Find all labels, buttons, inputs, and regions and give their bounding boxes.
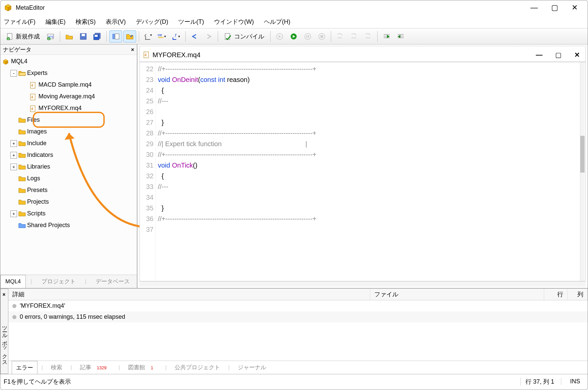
- tree-twisty[interactable]: -: [10, 70, 17, 77]
- toolbox-row[interactable]: 0 errors, 0 warnings, 115 msec elapsed: [8, 311, 588, 322]
- tree-item[interactable]: Logs: [0, 173, 137, 184]
- toolbox-row[interactable]: 'MYFOREX.mq4': [8, 300, 588, 311]
- forward-button[interactable]: [202, 30, 215, 42]
- editor-maximize-button[interactable]: ▢: [555, 51, 562, 59]
- save-button[interactable]: [77, 30, 90, 42]
- editor-close-button[interactable]: ✕: [574, 51, 580, 59]
- minimize-button[interactable]: —: [530, 3, 538, 12]
- app-title: MetaEditor: [16, 4, 530, 11]
- toolbox-tab[interactable]: 記事 1329: [76, 364, 115, 371]
- maximize-button[interactable]: ▢: [551, 3, 558, 12]
- fx-button[interactable]: f▾: [170, 30, 183, 42]
- mq4-icon: 4: [30, 82, 37, 88]
- menu-7[interactable]: ヘルプ(H): [264, 18, 290, 26]
- toolbox-close-icon[interactable]: ×: [1, 290, 7, 299]
- tree-root[interactable]: MQL4: [0, 56, 137, 67]
- save-all-button[interactable]: [91, 30, 104, 42]
- svg-rect-11: [82, 34, 85, 36]
- step-over-button[interactable]: [348, 30, 361, 42]
- nav-tab-mql4[interactable]: MQL4: [0, 275, 26, 288]
- toolbox-tab[interactable]: 検索: [47, 364, 66, 371]
- status-bar: F1を押してヘルプを表示 行 37, 列 1 INS: [0, 374, 588, 389]
- tree-item[interactable]: 4Moving Average.mq4: [0, 91, 137, 102]
- open-button[interactable]: [63, 30, 76, 42]
- code-editor[interactable]: 22232425262728293031323334353637 //+----…: [139, 62, 586, 281]
- new-project-button[interactable]: proj+: [44, 30, 57, 42]
- tree-item-label: Projects: [27, 198, 49, 205]
- debug-run-button[interactable]: [287, 30, 300, 42]
- tree-item[interactable]: Presets: [0, 184, 137, 196]
- menu-6[interactable]: ウインドウ(W): [214, 18, 254, 26]
- debug-stop-button[interactable]: [315, 30, 328, 42]
- nav-tab-project[interactable]: プロジェクト: [37, 278, 80, 285]
- compile-button[interactable]: コンパイル: [221, 32, 268, 40]
- navigator-header: ナビゲータ ×: [0, 44, 137, 55]
- toolbox-panel: × ツールボックス 詳細 ファイル 行 列 'MYFOREX.mq4' 0 er…: [0, 288, 588, 374]
- editor-minimize-button[interactable]: —: [536, 51, 543, 59]
- svg-rect-29: [306, 35, 307, 38]
- tree-item[interactable]: +Indicators: [0, 149, 137, 161]
- toolbox-rows: 'MYFOREX.mq4' 0 errors, 0 warnings, 115 …: [8, 300, 588, 361]
- vertical-scrollbar[interactable]: [580, 62, 585, 281]
- debug-pause-button[interactable]: [301, 30, 314, 42]
- navigator-close-icon[interactable]: ×: [131, 47, 134, 53]
- svg-marker-25: [279, 35, 281, 38]
- navigator-toggle[interactable]: [109, 30, 122, 42]
- indent-left-button[interactable]: [394, 30, 407, 42]
- undo-button[interactable]: ▾: [142, 30, 155, 42]
- toolbar: + 新規作成 proj+ ▾ var▾ f▾ コンパイル: [0, 28, 588, 44]
- tree-item[interactable]: +Scripts: [0, 208, 137, 219]
- debug-step-button[interactable]: [273, 30, 286, 42]
- editor-tab: 4 MYFOREX.mq4 — ▢ ✕: [139, 46, 586, 62]
- svg-text:4: 4: [31, 83, 33, 87]
- menu-3[interactable]: 表示(V): [106, 18, 126, 26]
- step-into-button[interactable]: [334, 30, 347, 42]
- tree-twisty[interactable]: +: [10, 164, 17, 170]
- navigator-tree[interactable]: MQL4-Experts4MACD Sample.mq44Moving Aver…: [0, 55, 137, 275]
- toolbox-tab[interactable]: エラー: [12, 361, 37, 374]
- tree-twisty[interactable]: +: [10, 140, 17, 147]
- new-button[interactable]: + 新規作成: [3, 32, 43, 40]
- tree-item[interactable]: -Experts: [0, 67, 137, 79]
- folder-open-icon: [18, 70, 26, 76]
- step-out-button[interactable]: [362, 30, 375, 42]
- app-icon: [4, 3, 12, 12]
- tree-item[interactable]: +Include: [0, 137, 137, 149]
- tree-item[interactable]: Files: [0, 114, 137, 126]
- toolbox-toggle[interactable]: [123, 30, 136, 42]
- svg-text:▾: ▾: [178, 34, 180, 38]
- folder-icon: [18, 164, 26, 170]
- tree-twisty[interactable]: +: [10, 210, 17, 217]
- tree-item[interactable]: +Libraries: [0, 161, 137, 173]
- toolbox-tab[interactable]: 公共プロジェクト: [171, 364, 224, 371]
- tree-item[interactable]: 4MYFOREX.mq4: [0, 102, 137, 114]
- svg-rect-32: [320, 35, 323, 38]
- menu-0[interactable]: ファイル(F): [4, 18, 35, 26]
- menu-2[interactable]: 検索(S): [76, 18, 96, 26]
- toolbox-tab[interactable]: ジャーナル: [234, 364, 270, 371]
- nav-tab-database[interactable]: データベース: [91, 278, 134, 285]
- menu-1[interactable]: 編集(E): [45, 18, 66, 26]
- back-button[interactable]: [188, 30, 201, 42]
- horizontal-scrollbar[interactable]: [139, 281, 586, 287]
- tree-item[interactable]: Projects: [0, 196, 137, 208]
- tree-item[interactable]: Shared Projects: [0, 219, 137, 231]
- mq4-icon: 4: [30, 94, 37, 100]
- editor-panel: 4 MYFOREX.mq4 — ▢ ✕ 22232425262728293031…: [137, 44, 588, 288]
- svg-rect-19: [158, 37, 164, 38]
- navigator-panel: ナビゲータ × MQL4-Experts4MACD Sample.mq44Mov…: [0, 44, 137, 288]
- tree-item-label: MYFOREX.mq4: [38, 105, 82, 112]
- tree-item[interactable]: 4MACD Sample.mq4: [0, 79, 137, 91]
- tree-item-label: Indicators: [27, 152, 53, 159]
- menu-4[interactable]: デバッグ(D): [136, 18, 168, 26]
- indent-right-button[interactable]: [380, 30, 393, 42]
- var-button[interactable]: var▾: [156, 30, 169, 42]
- toolbox-tab[interactable]: 図書館 1: [124, 364, 161, 371]
- tree-item[interactable]: Images: [0, 126, 137, 137]
- svg-rect-15: [112, 34, 115, 39]
- close-button[interactable]: ✕: [572, 3, 578, 12]
- tree-twisty[interactable]: +: [10, 152, 17, 159]
- menu-5[interactable]: ツール(T): [178, 18, 204, 26]
- tree-item-label: Files: [27, 116, 40, 123]
- svg-text:+: +: [48, 37, 50, 40]
